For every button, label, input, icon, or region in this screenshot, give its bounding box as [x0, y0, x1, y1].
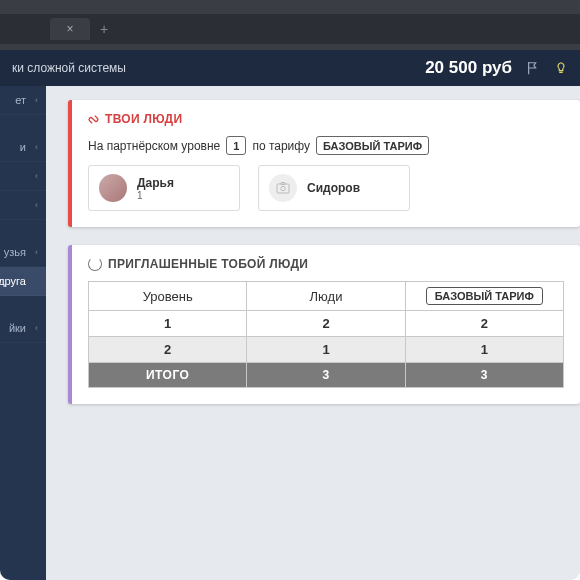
- sidebar-item[interactable]: и‹: [0, 133, 46, 162]
- sidebar-item[interactable]: ет‹: [0, 86, 46, 115]
- balance-amount: 20 500 руб: [425, 58, 512, 78]
- sidebar-item[interactable]: ‹: [0, 191, 46, 220]
- flag-icon[interactable]: [526, 61, 540, 75]
- avatar-placeholder-icon: [269, 174, 297, 202]
- invited-table: Уровень Люди БАЗОВЫЙ ТАРИФ 1 2 2 2: [88, 281, 564, 388]
- people-list: Дарья 1 Сидоров: [88, 165, 564, 211]
- tariff-select[interactable]: БАЗОВЫЙ ТАРИФ: [316, 136, 429, 155]
- link-icon: [86, 111, 102, 127]
- close-icon[interactable]: ×: [66, 22, 73, 36]
- col-people: Люди: [247, 282, 405, 311]
- card-title: ПРИГЛАШЕННЫЕ ТОБОЙ ЛЮДИ: [88, 257, 564, 271]
- svg-rect-0: [277, 184, 289, 193]
- browser-window: × + ки сложной системы 20 500 руб ет‹ и‹…: [0, 0, 580, 580]
- sidebar: ет‹ и‹ ‹ ‹ узья‹ друга йки‹: [0, 86, 46, 580]
- col-tariff: БАЗОВЫЙ ТАРИФ: [405, 282, 563, 311]
- level-badge[interactable]: 1: [226, 136, 246, 155]
- filter-row: На партнёрском уровне 1 по тарифу БАЗОВЫ…: [88, 136, 564, 155]
- chevron-left-icon: ‹: [35, 200, 38, 210]
- app-header: ки сложной системы 20 500 руб: [0, 50, 580, 86]
- sidebar-item-active[interactable]: друга: [0, 267, 46, 296]
- chevron-left-icon: ‹: [35, 247, 38, 257]
- bulb-icon[interactable]: [554, 61, 568, 75]
- table-total-row: ИТОГО 3 3: [89, 363, 564, 388]
- browser-tabstrip: × +: [0, 14, 580, 44]
- table-row: 1 2 2: [89, 311, 564, 337]
- sidebar-item[interactable]: узья‹: [0, 238, 46, 267]
- chevron-left-icon: ‹: [35, 142, 38, 152]
- chevron-left-icon: ‹: [35, 95, 38, 105]
- card-your-people: ТВОИ ЛЮДИ На партнёрском уровне 1 по тар…: [68, 100, 580, 227]
- sidebar-item[interactable]: йки‹: [0, 314, 46, 343]
- browser-titlebar: [0, 0, 580, 14]
- chevron-left-icon: ‹: [35, 323, 38, 333]
- card-title: ТВОИ ЛЮДИ: [88, 112, 564, 126]
- browser-tab[interactable]: ×: [50, 18, 90, 40]
- tariff-header-button[interactable]: БАЗОВЫЙ ТАРИФ: [426, 287, 543, 305]
- person-card[interactable]: Сидоров: [258, 165, 410, 211]
- card-invited: ПРИГЛАШЕННЫЕ ТОБОЙ ЛЮДИ Уровень Люди БАЗ…: [68, 245, 580, 404]
- new-tab-button[interactable]: +: [100, 21, 108, 37]
- main-content: ТВОИ ЛЮДИ На партнёрском уровне 1 по тар…: [46, 86, 580, 580]
- page-title: ки сложной системы: [12, 61, 126, 75]
- refresh-icon: [88, 257, 102, 271]
- chevron-left-icon: ‹: [35, 171, 38, 181]
- col-level: Уровень: [89, 282, 247, 311]
- person-card[interactable]: Дарья 1: [88, 165, 240, 211]
- sidebar-item[interactable]: ‹: [0, 162, 46, 191]
- table-row: 2 1 1: [89, 337, 564, 363]
- app-body: ет‹ и‹ ‹ ‹ узья‹ друга йки‹ ТВОИ ЛЮДИ На…: [0, 86, 580, 580]
- svg-point-1: [281, 186, 285, 190]
- avatar: [99, 174, 127, 202]
